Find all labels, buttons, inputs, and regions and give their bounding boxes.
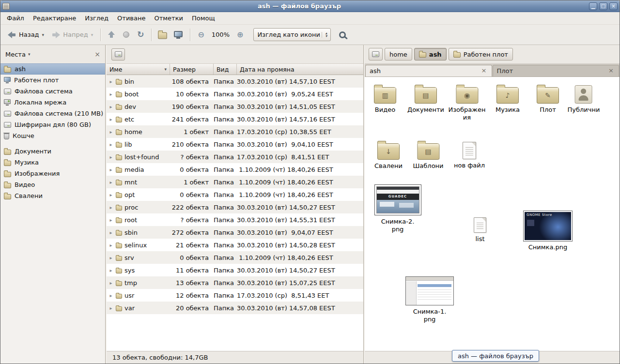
icon-item[interactable]: GNOME StoreСнимка.png — [525, 210, 571, 251]
menu-item[interactable]: Редактиране — [29, 12, 80, 24]
view-mode-select[interactable]: Изглед като икони ▴▾ — [253, 28, 331, 41]
expander-icon[interactable]: ▸ — [108, 91, 113, 97]
path-button[interactable] — [369, 48, 383, 61]
icon-item[interactable]: ♪Музика — [496, 84, 520, 114]
file-row[interactable]: ▸etc241 обектаПапка30.03.2010 (вт) 14,57… — [107, 113, 363, 125]
file-row[interactable]: ▸lost+found? обектаПапка17.03.2010 (ср) … — [107, 151, 363, 163]
file-row[interactable]: ▸boot10 обектаПапка30.03.2010 (вт) 9,05,… — [107, 88, 363, 100]
menu-item[interactable]: Отиване — [113, 12, 150, 24]
expander-icon[interactable]: ▸ — [108, 293, 113, 298]
search-button[interactable] — [336, 27, 349, 43]
forward-button[interactable]: Напред ▾ — [48, 27, 96, 43]
sidebar-item[interactable]: Кошче — [0, 130, 105, 141]
close-sidebar-icon[interactable]: × — [94, 51, 100, 58]
expander-icon[interactable]: ▸ — [108, 230, 113, 235]
sidebar-item[interactable]: ash — [0, 63, 105, 75]
path-button[interactable]: ash — [414, 48, 447, 61]
column-header-name[interactable]: Име ▾ — [107, 64, 170, 75]
file-row[interactable]: ▸usr12 обектаПапка17.03.2010 (ср) 8,51,4… — [107, 289, 363, 302]
path-button[interactable]: Работен плот — [449, 48, 513, 61]
icon-item[interactable]: ↓Свалени — [374, 140, 403, 170]
back-button[interactable]: Назад ▾ — [4, 27, 47, 43]
menu-item[interactable]: Файл — [2, 12, 29, 24]
expander-icon[interactable]: ▸ — [108, 305, 113, 311]
sidebar-item[interactable]: Работен плот — [0, 75, 105, 86]
file-row[interactable]: ▸tmp13 обектаПапка30.03.2010 (вт) 15,07,… — [107, 276, 363, 289]
icon-item[interactable]: Снимка-1. png — [406, 275, 453, 324]
icon-item[interactable]: list — [474, 216, 486, 243]
sidebar-item[interactable]: Локална мрежа — [0, 97, 105, 108]
chevron-down-icon[interactable]: ▾ — [28, 52, 31, 57]
file-row[interactable]: ▸root? обектаПапка30.03.2010 (вт) 14,55,… — [107, 213, 363, 226]
column-header-size[interactable]: Размер — [170, 64, 214, 75]
tab-close-icon[interactable]: × — [480, 67, 488, 75]
expander-icon[interactable]: ▸ — [108, 117, 113, 122]
column-header-date[interactable]: Дата на промяна — [237, 64, 363, 75]
tab[interactable]: Плот× — [493, 65, 620, 76]
sidebar-item[interactable]: Файлова система (210 MB) — [0, 108, 105, 119]
expander-icon[interactable]: ▸ — [108, 280, 113, 286]
expander-icon[interactable]: ▸ — [108, 154, 113, 160]
expander-icon[interactable]: ▸ — [108, 255, 113, 260]
sidebar-item[interactable]: Музика — [0, 157, 105, 168]
sidebar-item[interactable]: Файлова система — [0, 86, 105, 97]
path-button[interactable]: home — [385, 48, 412, 61]
file-row[interactable]: ▸dev190 обектаПапка30.03.2010 (вт) 14,51… — [107, 100, 363, 113]
file-row[interactable]: ▸lib210 обектаПапка30.03.2010 (вт) 9,04,… — [107, 138, 363, 151]
up-button[interactable] — [105, 27, 119, 43]
expander-icon[interactable]: ▸ — [108, 192, 113, 197]
expander-icon[interactable]: ▸ — [108, 79, 113, 84]
file-row[interactable]: ▸sbin272 обектаПапка30.03.2010 (вт) 9,04… — [107, 226, 363, 239]
expander-icon[interactable]: ▸ — [108, 104, 113, 109]
computer-button[interactable] — [170, 27, 186, 43]
file-row[interactable]: ▸mnt1 обектПапка 1.10.2009 (чт) 18,40,26… — [107, 176, 363, 188]
icon-item[interactable]: нов файл — [454, 140, 485, 169]
expander-icon[interactable]: ▸ — [108, 268, 113, 273]
expander-icon[interactable]: ▸ — [108, 205, 113, 210]
maximize-button[interactable]: □ — [599, 2, 607, 10]
tab-close-icon[interactable]: × — [607, 67, 615, 75]
expander-icon[interactable]: ▸ — [108, 217, 113, 223]
icon-item[interactable]: ▥Видео — [374, 84, 396, 114]
menu-item[interactable]: Изглед — [80, 12, 113, 24]
icon-item[interactable]: ▤Шаблони — [413, 140, 443, 170]
file-row[interactable]: ▸opt0 обектаПапка 1.10.2009 (чт) 18,40,2… — [107, 188, 363, 201]
icon-item[interactable]: GUADECСнимка-2. png — [374, 183, 421, 234]
sidebar-item[interactable]: Видео — [0, 179, 105, 190]
file-row[interactable]: ▸bin108 обектаПапка30.03.2010 (вт) 14,57… — [107, 75, 363, 88]
titlebar[interactable]: ash — файлов браузър ▁ □ × — [0, 0, 620, 12]
file-row[interactable]: ▸home1 обектПапка17.03.2010 (ср) 10,38,5… — [107, 125, 363, 138]
icon-item[interactable]: ✎Плот — [537, 84, 559, 114]
expander-icon[interactable]: ▸ — [108, 167, 113, 172]
sidebar-item[interactable]: Документи — [0, 146, 105, 157]
stop-button[interactable] — [120, 27, 133, 43]
home-button[interactable] — [155, 27, 170, 43]
minimize-button[interactable]: ▁ — [589, 2, 597, 10]
zoom-in-button[interactable]: ⊕ — [233, 27, 247, 43]
file-row[interactable]: ▸sys11 обектаПапка30.03.2010 (вт) 14,50,… — [107, 264, 363, 276]
sidebar-item[interactable]: Шифриран дял (80 GB) — [0, 119, 105, 130]
menu-item[interactable]: Отметки — [150, 12, 187, 24]
icon-item[interactable]: Публични — [568, 84, 600, 114]
tab[interactable]: ash× — [365, 65, 492, 76]
column-header-type[interactable]: Вид — [214, 64, 237, 75]
root-location-button[interactable] — [111, 48, 125, 61]
icon-item[interactable]: ◉Изображен ия — [448, 84, 485, 122]
expander-icon[interactable]: ▸ — [108, 142, 113, 147]
file-row[interactable]: ▸selinux21 обектаПапка30.03.2010 (вт) 14… — [107, 239, 363, 251]
sidebar-item[interactable]: Свалени — [0, 190, 105, 201]
file-row[interactable]: ▸media0 обектаПапка 1.10.2009 (чт) 18,40… — [107, 163, 363, 176]
icon-item[interactable]: ▤Документи — [407, 84, 444, 114]
close-button[interactable]: × — [609, 2, 618, 10]
expander-icon[interactable]: ▸ — [108, 129, 113, 135]
file-row[interactable]: ▸srv0 обектаПапка 1.10.2009 (чт) 18,40,2… — [107, 251, 363, 264]
expander-icon[interactable]: ▸ — [108, 180, 113, 185]
zoom-out-button[interactable]: ⊖ — [194, 27, 207, 43]
icon-canvas[interactable]: ▥Видео▤Документи◉Изображен ия♪Музика✎Пло… — [365, 77, 620, 351]
reload-button[interactable]: ↻ — [134, 27, 147, 43]
sidebar-item[interactable]: Изображения — [0, 168, 105, 179]
menu-item[interactable]: Помощ — [187, 12, 219, 24]
expander-icon[interactable]: ▸ — [108, 243, 113, 248]
file-row[interactable]: ▸var20 обектаПапка30.03.2010 (вт) 14,57,… — [107, 302, 363, 314]
file-row[interactable]: ▸proc222 обектаПапка30.03.2010 (вт) 14,5… — [107, 201, 363, 213]
